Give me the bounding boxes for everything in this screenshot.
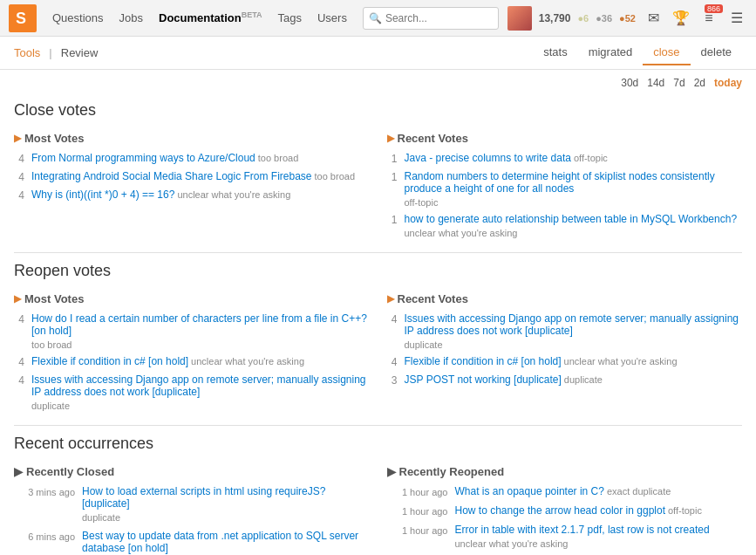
filter-30d[interactable]: 30d (621, 77, 638, 89)
filter-14d[interactable]: 14d (647, 77, 664, 89)
occurrence-text: How to load external scripts in html usi… (82, 485, 370, 523)
recently-reopened-col: ▶ Recently Reopened 1 hour ago What is a… (387, 465, 743, 555)
search-input[interactable] (385, 12, 493, 24)
occurrence-link[interactable]: Error in table with itext 2.1.7 pdf, las… (455, 524, 710, 536)
recent-occurrences-title: Recent occurrences (14, 435, 742, 453)
vote-count: 1 (387, 171, 398, 183)
close-votes-section: ▶ Most Votes 4 From Normal programming w… (14, 132, 742, 243)
vote-link[interactable]: Issues with accessing Django app on remo… (31, 373, 370, 398)
vote-link[interactable]: Why is (int)((int *)0 + 4) == 16? (31, 188, 174, 201)
vote-count: 4 (387, 356, 398, 368)
vote-count: 4 (14, 189, 24, 202)
vote-link[interactable]: Integrating Android Social Media Share L… (31, 170, 312, 182)
secondary-nav: Tools | Review stats migrated close dele… (0, 37, 756, 70)
vote-link[interactable]: From Normal programming ways to Azure/Cl… (31, 152, 255, 164)
vote-tag: unclear what you're asking (191, 356, 304, 367)
vote-tag: too broad (31, 339, 72, 350)
avatar[interactable] (507, 6, 532, 31)
vote-tag: unclear what you're asking (177, 189, 290, 200)
site-logo[interactable]: S (9, 4, 37, 32)
vote-link[interactable]: JSP POST not working [duplicate] (405, 373, 562, 386)
vote-count: 4 (14, 171, 24, 183)
reopen-most-votes-col: ▶ Most Votes 4 How do I read a certain n… (14, 292, 370, 416)
vote-tag: unclear what you're asking (564, 356, 678, 367)
tab-delete[interactable]: delete (691, 40, 742, 65)
filter-2d[interactable]: 2d (694, 77, 705, 89)
tab-migrated[interactable]: migrated (578, 40, 644, 65)
recently-closed-heading: ▶ Recently Closed (14, 465, 370, 478)
close-recent-votes-heading: ▶ Recent Votes (387, 132, 743, 145)
inbox-icon[interactable]: ✉ (643, 8, 664, 29)
vote-tag: duplicate (564, 374, 603, 385)
filter-today[interactable]: today (714, 77, 742, 89)
arrow-icon: ▶ (387, 465, 396, 478)
list-item: 4 Issues with accessing Django app on re… (387, 312, 743, 350)
nav-users[interactable]: Users (310, 8, 354, 28)
vote-tag: too broad (258, 153, 298, 163)
vote-count: 3 (387, 374, 398, 387)
occurrence-link[interactable]: How to load external scripts in html usi… (82, 485, 370, 510)
divider (14, 252, 742, 253)
vote-tag: duplicate (405, 339, 443, 350)
vote-text: Flexible if condition in c# [on hold] un… (405, 355, 678, 367)
list-item: 4 Integrating Android Social Media Share… (14, 170, 370, 183)
achievements-icon[interactable]: 🏆 (671, 8, 691, 29)
reopen-votes-title: Reopen votes (14, 262, 742, 280)
occurrence-text: How to change the arrow head color in gg… (455, 504, 702, 517)
nav-tags[interactable]: Tags (270, 8, 308, 28)
arrow-icon: ▶ (387, 133, 394, 144)
vote-link[interactable]: Random numbers to determine height of sk… (405, 170, 743, 195)
breadcrumb-tools[interactable]: Tools (14, 46, 40, 59)
close-recent-votes-list: 1 Java - precise columns to write data o… (387, 152, 743, 238)
gold-badge: ●6 (577, 13, 589, 24)
vote-text: Issues with accessing Django app on remo… (405, 312, 743, 350)
occurrence-link[interactable]: What is an opaque pointer in C? (455, 485, 604, 497)
list-item: 4 Why is (int)((int *)0 + 4) == 16? uncl… (14, 188, 370, 202)
vote-link[interactable]: Flexible if condition in c# [on hold] (405, 355, 562, 367)
vote-link[interactable]: how to generate auto relationship betwee… (405, 213, 738, 225)
reopen-most-votes-list: 4 How do I read a certain number of char… (14, 312, 370, 411)
tab-stats[interactable]: stats (533, 40, 577, 65)
occurrence-time: 1 hour ago (387, 506, 448, 517)
vote-tag: too broad (315, 171, 355, 182)
vote-count: 1 (387, 153, 398, 165)
tab-close[interactable]: close (643, 40, 690, 65)
divider (14, 425, 742, 426)
occurrence-time: 1 hour ago (387, 525, 448, 536)
vote-link[interactable]: Flexible if condition in c# [on hold] (31, 355, 188, 367)
list-item: 4 Issues with accessing Django app on re… (14, 373, 370, 411)
list-item: 6 mins ago Best way to update data from … (14, 530, 370, 555)
vote-tag: unclear what you're asking (405, 228, 518, 238)
arrow-icon: ▶ (387, 293, 394, 305)
nav-questions[interactable]: Questions (45, 8, 111, 28)
close-most-votes-list: 4 From Normal programming ways to Azure/… (14, 152, 370, 202)
occurrence-link[interactable]: How to change the arrow head color in gg… (455, 504, 665, 517)
vote-link[interactable]: Issues with accessing Django app on remo… (405, 312, 743, 337)
nav-jobs[interactable]: Jobs (112, 8, 150, 28)
vote-text: Why is (int)((int *)0 + 4) == 16? unclea… (31, 188, 290, 201)
reputation-score: 13,790 (539, 12, 571, 24)
list-item: 1 Java - precise columns to write data o… (387, 152, 743, 165)
reopen-recent-votes-list: 4 Issues with accessing Django app on re… (387, 312, 743, 387)
list-item: 3 mins ago How to load external scripts … (14, 485, 370, 523)
vote-link[interactable]: How do I read a certain number of charac… (31, 312, 370, 337)
search-box[interactable]: 🔍 (363, 7, 499, 30)
breadcrumb-review: Review (61, 46, 99, 59)
vote-link[interactable]: Java - precise columns to write data (405, 152, 571, 164)
arrow-icon: ▶ (14, 465, 23, 478)
vote-text: how to generate auto relationship betwee… (405, 213, 743, 238)
vote-count: 4 (387, 313, 398, 325)
vote-count: 4 (14, 313, 24, 325)
vote-text: Flexible if condition in c# [on hold] un… (31, 355, 304, 367)
bronze-badge: ●52 (619, 13, 636, 24)
filter-7d[interactable]: 7d (673, 77, 684, 89)
hamburger-icon[interactable]: ☰ (726, 8, 747, 29)
occurrence-link[interactable]: Best way to update data from .net applic… (82, 530, 370, 554)
main-content: Close votes ▶ Most Votes 4 From Normal p… (0, 101, 756, 555)
occurrence-time: 1 hour ago (387, 487, 448, 497)
occurrence-text: Best way to update data from .net applic… (82, 530, 370, 555)
arrow-icon: ▶ (14, 293, 21, 305)
nav-documentation[interactable]: DocumentationBETA (152, 7, 269, 28)
vote-text: Random numbers to determine height of sk… (405, 170, 743, 208)
notifications-icon[interactable]: ≡ 866 (698, 8, 719, 29)
